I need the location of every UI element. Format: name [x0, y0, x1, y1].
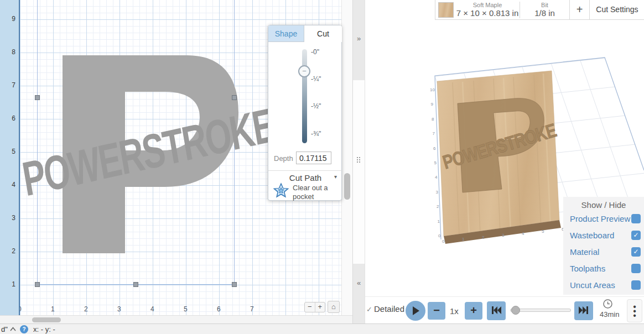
y-ruler-number: 1 [12, 280, 15, 288]
cut-path-option[interactable]: Clear out a pocket [293, 184, 338, 201]
show-hide-label: Product Preview [570, 214, 630, 223]
show-hide-label: Uncut Areas [570, 280, 615, 290]
bit-info[interactable]: Bit 1/8 in [520, 2, 569, 18]
cursor-coordinates: x: - y: - [33, 325, 55, 333]
zoom-out-button[interactable]: − [305, 302, 315, 312]
speed-label: 1x [450, 306, 459, 316]
divider-drag-handle-icon[interactable] [356, 156, 361, 163]
speed-decrease-button[interactable]: − [428, 302, 445, 320]
progress-slider-thumb[interactable] [511, 306, 520, 315]
preview-axis-x-number: 0 [442, 239, 444, 244]
preview-axis-y-number: 9 [431, 102, 433, 107]
checkbox-unchecked[interactable] [631, 264, 641, 273]
preview-axis-x-number: 1 [462, 237, 464, 242]
cut-panel: Shape Cut − Depth Cut Path ▾ Clear out a… [268, 25, 342, 201]
help-button[interactable]: ? [20, 325, 28, 333]
selection-handle[interactable] [133, 282, 138, 287]
x-ruler-number: 1 [51, 305, 55, 313]
show-hide-label: Toolpaths [570, 264, 605, 273]
preview-axis-y-number: 6 [433, 146, 435, 151]
y-ruler-number: 5 [12, 148, 15, 155]
home-view-button[interactable]: ⌂ [328, 301, 340, 313]
show-hide-item-product-preview[interactable]: Product Preview [570, 213, 641, 227]
depth-input[interactable] [296, 152, 331, 164]
preview-axis-y-number: 8 [432, 117, 434, 122]
collapse-right-icon[interactable]: » [353, 34, 365, 43]
checkbox-checked[interactable]: ✓ [631, 247, 641, 257]
app-window: P POWERSTROKE 01234567 − + ⌂ 987654321 S… [0, 0, 644, 334]
play-icon [412, 306, 419, 315]
selection-handle[interactable] [35, 95, 40, 100]
checkbox-unchecked[interactable] [631, 280, 641, 290]
skip-to-end-button[interactable] [574, 301, 593, 320]
time-estimate-label: 43min [600, 310, 619, 319]
preview-region: Soft Maple 7 × 10 × 0.813 in Bit 1/8 in … [365, 0, 644, 323]
bit-label: Bit [520, 2, 569, 8]
show-hide-item-wasteboard[interactable]: Wasteboard✓ [570, 230, 641, 243]
depth-slider-track[interactable] [302, 49, 307, 143]
add-bit-button[interactable]: + [569, 0, 589, 19]
preview-axis-y-number: 10 [430, 87, 435, 92]
show-hide-item-uncut-areas[interactable]: Uncut Areas [570, 280, 641, 293]
y-ruler-number: 4 [12, 181, 15, 189]
vertical-scrollbar[interactable] [341, 0, 352, 315]
show-hide-panel: Show / Hide Product PreviewWasteboard✓Ma… [563, 197, 644, 295]
material-dimensions: 7 × 10 × 0.813 in [455, 8, 520, 18]
scrollbar-thumb[interactable] [32, 317, 61, 322]
x-ruler-number: 2 [84, 305, 88, 313]
preview-axis-x-number: 2 [482, 235, 484, 240]
tab-shape[interactable]: Shape [268, 25, 304, 42]
canvas-zoom-controls: − + [304, 302, 325, 312]
bit-value: 1/8 in [520, 8, 569, 18]
play-button[interactable] [406, 301, 425, 321]
checkbox-unchecked[interactable] [631, 214, 641, 223]
horizontal-scrollbar[interactable] [0, 315, 352, 323]
x-ruler-number: 4 [150, 305, 154, 313]
preview-axis-y-number: 4 [435, 175, 437, 180]
cut-settings-button[interactable]: Cut Settings [589, 0, 644, 19]
y-ruler: 987654321 [0, 0, 20, 315]
depth-label: Depth [274, 154, 293, 163]
selection-handle[interactable] [232, 282, 237, 287]
material-info[interactable]: Soft Maple 7 × 10 × 0.813 in [455, 2, 520, 18]
detailed-checkbox[interactable]: ✓ [366, 305, 372, 314]
selection-handle[interactable] [35, 282, 40, 287]
panel-divider[interactable]: » « [352, 0, 365, 323]
preview-axis-y-number: 2 [437, 204, 439, 209]
detailed-label[interactable]: Detailed [374, 304, 404, 314]
y-ruler-number: 3 [12, 214, 15, 222]
cut-path-label[interactable]: Cut Path [268, 173, 342, 182]
skip-to-start-button[interactable] [487, 301, 506, 320]
show-hide-item-toolpaths[interactable]: Toolpaths [570, 263, 641, 276]
material-name: Soft Maple [455, 2, 520, 8]
chevron-down-icon[interactable]: ▾ [334, 174, 337, 180]
checkbox-checked[interactable]: ✓ [631, 231, 641, 240]
show-hide-item-material[interactable]: Material✓ [570, 247, 641, 260]
design-canvas-region: P POWERSTROKE 01234567 − + ⌂ 987654321 S… [0, 0, 352, 315]
tab-cut[interactable]: Cut [304, 25, 342, 42]
speed-increase-button[interactable]: + [465, 302, 482, 320]
preview-axis-x-number: 3 [502, 233, 504, 238]
show-hide-title: Show / Hide [563, 200, 644, 210]
y-ruler-number: 8 [12, 48, 15, 56]
depth-slider-label: -0" [311, 48, 319, 56]
divider-bottom-section [353, 264, 365, 323]
x-ruler-number: 3 [117, 305, 121, 313]
preview-axis-y-number: 3 [436, 190, 438, 195]
more-options-button[interactable]: ••• [627, 299, 642, 322]
chevron-up-icon[interactable] [10, 327, 16, 331]
selection-handle[interactable] [232, 95, 237, 100]
depth-slider-label: -¼" [311, 75, 321, 83]
material-swatch[interactable] [438, 2, 454, 18]
zoom-in-button[interactable]: + [315, 302, 325, 312]
depth-slider-handle[interactable]: − [298, 65, 310, 77]
y-ruler-number: 6 [12, 114, 15, 122]
scrollbar-thumb[interactable] [344, 173, 350, 200]
show-hide-label: Material [570, 247, 599, 257]
x-ruler-number: 6 [217, 305, 221, 313]
collapse-left-icon[interactable]: « [353, 279, 365, 287]
skip-start-icon [491, 306, 501, 314]
preview-axis-y-number: 7 [433, 131, 435, 136]
preview-axis-x-number: 4 [522, 231, 524, 236]
preview-axis-x-number: 5 [542, 229, 544, 234]
